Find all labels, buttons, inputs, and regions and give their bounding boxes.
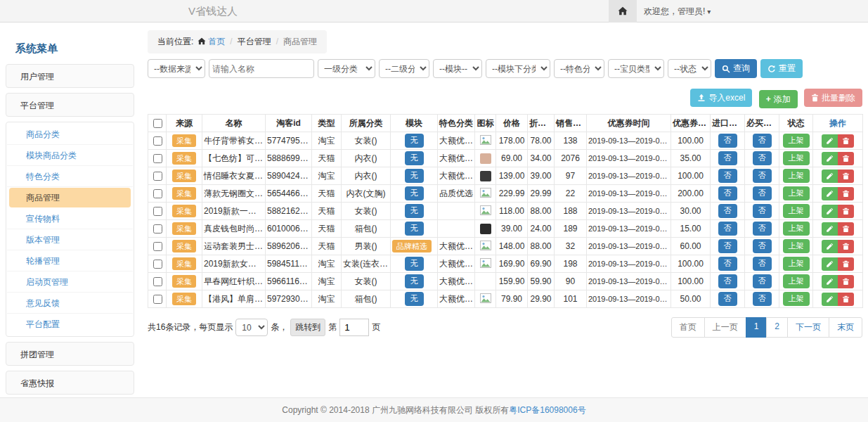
must-buy-toggle[interactable]: 否 [753, 134, 772, 147]
sidebar-subitem-6[interactable]: 宣传物料 [7, 208, 133, 229]
filter-level1-select[interactable]: 一级分类 [318, 59, 375, 78]
edit-button[interactable] [822, 293, 838, 306]
sidebar-subitem-9[interactable]: 启动页管理 [7, 271, 133, 293]
delete-button[interactable] [838, 275, 854, 288]
must-buy-toggle[interactable]: 否 [753, 274, 772, 288]
row-checkbox[interactable] [153, 242, 162, 251]
edit-button[interactable] [822, 152, 838, 165]
filter-level2-select[interactable]: --二级分类-- [379, 59, 429, 78]
edit-button[interactable] [822, 257, 838, 271]
delete-button[interactable] [838, 152, 854, 165]
import-select-toggle[interactable]: 否 [718, 204, 737, 217]
delete-button[interactable] [838, 222, 854, 236]
pager-button-首页[interactable]: 首页 [671, 317, 705, 338]
status-button[interactable]: 上架 [783, 169, 810, 182]
filter-module-select[interactable]: --模块-- [433, 59, 482, 78]
module-none-badge[interactable]: 无 [405, 274, 424, 288]
sidebar-item-1[interactable]: 平台管理 [6, 93, 134, 117]
row-checkbox[interactable] [153, 260, 162, 269]
breadcrumb-item-platform[interactable]: 平台管理 [238, 37, 271, 46]
sidebar-subitem-5[interactable]: 商品管理 [9, 188, 131, 207]
search-button[interactable]: 查询 [715, 59, 757, 78]
sidebar-subitem-2[interactable]: 商品分类 [7, 124, 133, 145]
module-none-badge[interactable]: 无 [405, 186, 424, 200]
sidebar-subitem-7[interactable]: 版本管理 [7, 229, 133, 250]
home-shortcut-button[interactable] [609, 0, 637, 23]
jump-page-input[interactable] [339, 319, 369, 336]
batch-delete-button[interactable]: 批量删除 [804, 89, 862, 107]
module-none-badge[interactable]: 无 [405, 292, 424, 305]
sidebar-subitem-8[interactable]: 轮播管理 [7, 250, 133, 271]
row-checkbox[interactable] [153, 277, 162, 286]
pager-button-末页[interactable]: 末页 [829, 317, 862, 338]
import-select-toggle[interactable]: 否 [718, 169, 737, 182]
status-button[interactable]: 上架 [783, 239, 810, 252]
module-none-badge[interactable]: 无 [405, 151, 424, 165]
module-none-badge[interactable]: 无 [405, 134, 424, 147]
status-button[interactable]: 上架 [783, 151, 810, 165]
status-button[interactable]: 上架 [783, 204, 810, 217]
row-checkbox[interactable] [153, 207, 162, 216]
module-none-badge[interactable]: 无 [405, 169, 424, 182]
sidebar-subitem-3[interactable]: 模块商品分类 [7, 145, 133, 166]
filter-item-type-select[interactable]: --宝贝类型-- [608, 59, 664, 78]
sidebar-item-12[interactable]: 拼团管理 [6, 342, 134, 366]
status-button[interactable]: 上架 [783, 186, 810, 200]
must-buy-toggle[interactable]: 否 [753, 151, 772, 165]
sidebar-subitem-4[interactable]: 特色分类 [7, 166, 133, 187]
row-checkbox[interactable] [153, 224, 162, 234]
sidebar-item-0[interactable]: 用户管理 [6, 64, 134, 88]
import-select-toggle[interactable]: 否 [718, 257, 737, 270]
breadcrumb-home-link[interactable]: 首页 [208, 37, 225, 46]
row-checkbox[interactable] [153, 189, 162, 198]
delete-button[interactable] [838, 134, 854, 148]
delete-button[interactable] [838, 187, 854, 200]
pager-button-2[interactable]: 2 [766, 317, 788, 338]
status-button[interactable]: 上架 [783, 274, 810, 288]
pager-button-下一页[interactable]: 下一页 [787, 317, 829, 338]
filter-status-select[interactable]: --状态-- [668, 59, 711, 78]
edit-button[interactable] [822, 187, 838, 200]
row-checkbox[interactable] [153, 172, 162, 181]
must-buy-toggle[interactable]: 否 [753, 222, 772, 235]
delete-button[interactable] [838, 240, 854, 253]
must-buy-toggle[interactable]: 否 [753, 292, 772, 305]
filter-data-source-select[interactable]: --数据来源-- [148, 59, 205, 78]
must-buy-toggle[interactable]: 否 [753, 239, 772, 252]
import-select-toggle[interactable]: 否 [718, 239, 737, 252]
edit-button[interactable] [822, 170, 838, 183]
module-none-badge[interactable]: 无 [405, 257, 424, 270]
import-select-toggle[interactable]: 否 [718, 186, 737, 200]
row-checkbox[interactable] [153, 154, 162, 163]
add-button[interactable]: + 添加 [759, 90, 798, 108]
edit-button[interactable] [822, 134, 838, 148]
must-buy-toggle[interactable]: 否 [753, 204, 772, 217]
import-select-toggle[interactable]: 否 [718, 222, 737, 235]
edit-button[interactable] [822, 240, 838, 253]
icp-link[interactable]: 粤ICP备16098006号 [509, 405, 585, 415]
import-select-toggle[interactable]: 否 [718, 134, 737, 147]
status-button[interactable]: 上架 [783, 292, 810, 305]
delete-button[interactable] [838, 293, 854, 306]
jump-button[interactable]: 跳转到 [290, 319, 325, 336]
delete-button[interactable] [838, 257, 854, 271]
import-select-toggle[interactable]: 否 [718, 292, 737, 305]
select-all-checkbox[interactable] [153, 119, 162, 128]
import-select-toggle[interactable]: 否 [718, 274, 737, 288]
pager-button-上一页[interactable]: 上一页 [704, 317, 746, 338]
sidebar-subitem-10[interactable]: 意见反馈 [7, 293, 133, 314]
user-dropdown[interactable]: 欢迎您，管理员!▾ [644, 0, 711, 23]
import-select-toggle[interactable]: 否 [718, 151, 737, 165]
sidebar-item-13[interactable]: 省惠快报 [6, 371, 134, 395]
must-buy-toggle[interactable]: 否 [753, 257, 772, 270]
must-buy-toggle[interactable]: 否 [753, 186, 772, 200]
delete-button[interactable] [838, 170, 854, 183]
filter-name-input[interactable] [209, 59, 314, 78]
import-excel-button[interactable]: 导入excel [690, 89, 752, 107]
module-none-badge[interactable]: 无 [405, 204, 424, 217]
status-button[interactable]: 上架 [783, 257, 810, 270]
delete-button[interactable] [838, 205, 854, 218]
must-buy-toggle[interactable]: 否 [753, 169, 772, 182]
filter-module-sub-select[interactable]: --模块下分类-- [486, 59, 550, 78]
page-size-select[interactable]: 10 [235, 319, 268, 336]
